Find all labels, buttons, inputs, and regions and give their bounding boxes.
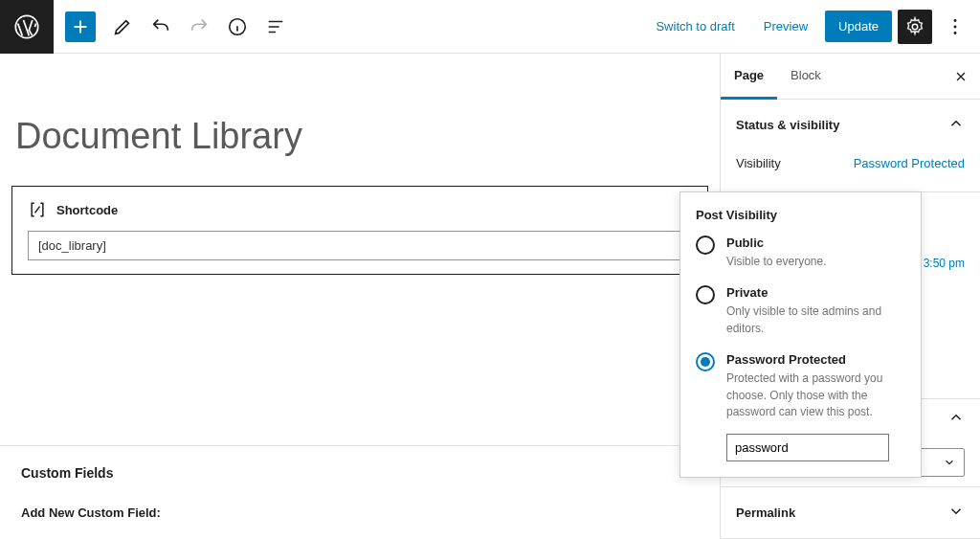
info-icon [227, 16, 248, 37]
shortcode-block-header: Shortcode [28, 200, 692, 219]
chevron-down-icon [943, 456, 956, 469]
pencil-icon [112, 16, 133, 37]
svg-point-5 [954, 31, 957, 34]
plus-icon [70, 16, 91, 37]
update-button[interactable]: Update [825, 11, 892, 42]
svg-point-4 [954, 25, 957, 28]
undo-icon [150, 16, 171, 37]
tab-page[interactable]: Page [721, 54, 777, 100]
preview-button[interactable]: Preview [752, 11, 819, 41]
switch-to-draft-button[interactable]: Switch to draft [644, 11, 746, 41]
shortcode-input[interactable] [28, 231, 692, 260]
status-visibility-panel: Status & visibility Visibility Password … [721, 100, 980, 192]
shortcode-label: Shortcode [56, 203, 118, 217]
more-vertical-icon [945, 16, 966, 37]
close-sidebar-button[interactable] [942, 54, 980, 100]
custom-fields-title: Custom Fields [21, 465, 699, 481]
wordpress-icon [13, 13, 40, 40]
redo-icon [189, 16, 210, 37]
permalink-header[interactable]: Permalink [721, 487, 980, 538]
radio-password-label: Password Protected [726, 352, 905, 367]
password-input[interactable] [726, 434, 889, 461]
svg-point-3 [954, 19, 957, 22]
close-icon [953, 69, 969, 84]
undo-button[interactable] [144, 10, 178, 44]
radio-password[interactable] [696, 352, 715, 371]
visibility-option-public[interactable]: Public Visible to everyone. [696, 236, 905, 270]
status-visibility-header[interactable]: Status & visibility [721, 100, 980, 150]
add-custom-field-label: Add New Custom Field: [21, 505, 699, 520]
gear-icon [904, 16, 925, 37]
permalink-panel: Permalink [721, 487, 980, 539]
editor-topbar: Switch to draft Preview Update [0, 0, 980, 54]
wordpress-logo[interactable] [0, 0, 54, 54]
post-visibility-popover: Post Visibility Public Visible to everyo… [679, 191, 922, 478]
radio-private-label: Private [726, 285, 905, 300]
chevron-up-icon [947, 409, 965, 429]
custom-fields-panel: Custom Fields Add New Custom Field: [0, 445, 720, 539]
visibility-row: Visibility Password Protected [736, 150, 965, 176]
sidebar-tabs: Page Block [721, 54, 980, 100]
redo-button[interactable] [182, 10, 216, 44]
settings-button[interactable] [898, 10, 932, 44]
radio-password-desc: Protected with a password you choose. On… [726, 371, 905, 420]
radio-public-desc: Visible to everyone. [726, 254, 827, 270]
toolbar-left [54, 10, 293, 44]
publish-time-peek: 3:50 pm [924, 257, 965, 270]
svg-point-2 [912, 24, 918, 30]
visibility-option-password[interactable]: Password Protected Protected with a pass… [696, 352, 905, 420]
visibility-label: Visibility [736, 156, 781, 170]
shortcode-icon [28, 200, 47, 219]
status-visibility-title: Status & visibility [736, 118, 839, 132]
permalink-title: Permalink [736, 505, 795, 520]
chevron-down-icon [947, 503, 965, 523]
list-icon [265, 16, 286, 37]
more-options-button[interactable] [938, 10, 972, 44]
radio-public[interactable] [696, 236, 715, 255]
radio-public-label: Public [726, 236, 827, 250]
visibility-value[interactable]: Password Protected [854, 156, 965, 170]
chevron-up-icon [947, 115, 965, 135]
toolbar-right: Switch to draft Preview Update [644, 10, 980, 44]
visibility-option-private[interactable]: Private Only visible to site admins and … [696, 285, 905, 337]
shortcode-block[interactable]: Shortcode [11, 186, 708, 275]
info-button[interactable] [220, 10, 255, 44]
edit-mode-button[interactable] [105, 10, 140, 44]
radio-private-desc: Only visible to site admins and editors. [726, 303, 905, 337]
editor-canvas: Document Library Shortcode Custom Fields… [0, 54, 720, 539]
add-block-button[interactable] [65, 11, 96, 42]
radio-private[interactable] [696, 285, 715, 304]
tab-block[interactable]: Block [777, 54, 835, 100]
outline-button[interactable] [258, 10, 293, 44]
status-visibility-body: Visibility Password Protected [721, 150, 980, 191]
page-title[interactable]: Document Library [10, 116, 710, 157]
popover-title: Post Visibility [696, 208, 905, 222]
